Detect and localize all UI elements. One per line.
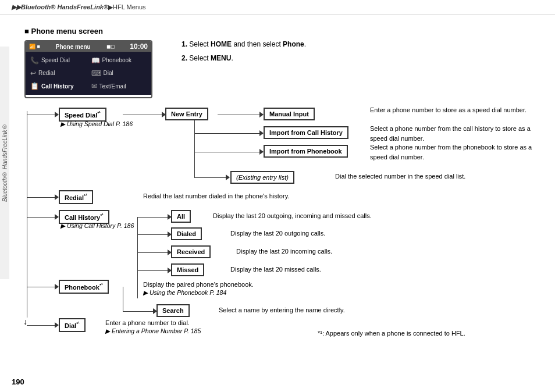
vline-phonebook <box>123 287 123 311</box>
menu-item-text-email: ✉ Text/Email <box>89 80 150 92</box>
ref-speed-dial: ▶ Using Speed Dial P. 186 <box>61 120 133 127</box>
text-email-icon: ✉ <box>91 82 97 90</box>
speed-dial-icon: 📞 <box>30 56 39 65</box>
menu-item-call-history: 📋 Call History <box>28 80 88 92</box>
menu-item-phonebook: 📖 Phonebook <box>89 54 150 66</box>
hline-new-entry <box>123 115 163 115</box>
desc-manual-input: Enter a phone number to store as a speed… <box>370 105 526 115</box>
hline-search <box>123 311 155 312</box>
hline-manual-input <box>218 115 261 115</box>
redial-icon: ↩ <box>30 69 36 77</box>
hline-existing <box>194 177 227 178</box>
hline-speed-dial <box>27 115 56 115</box>
box-new-entry: New Entry <box>165 108 208 120</box>
desc-missed: Display the last 20 missed calls. <box>230 265 321 275</box>
screen-battery: ◼◻ <box>106 44 115 49</box>
box-search: Search <box>156 304 190 317</box>
vline-call-history <box>137 217 138 298</box>
desc-redial: Redial the last number dialed in the pho… <box>143 191 289 201</box>
hline-received <box>137 252 169 253</box>
hline-call-history <box>27 217 56 218</box>
box-dial: Dial*¹ <box>59 318 86 332</box>
desc-import-call: Select a phone number from the call hist… <box>370 124 533 143</box>
phone-screen-body: 📞 Speed Dial 📖 Phonebook ↩ Redial ⌨ Dial… <box>26 52 151 95</box>
menu-item-redial: ↩ Redial <box>28 67 88 79</box>
footnote: *¹: Appears only when a phone is connect… <box>318 330 465 337</box>
call-history-icon: 📋 <box>30 82 39 90</box>
page-number: 190 <box>12 377 24 386</box>
desc-import-phonebook: Select a phone number from the phonebook… <box>370 142 533 162</box>
desc-search: Select a name by entering the name direc… <box>219 305 345 315</box>
box-missed: Missed <box>171 263 204 276</box>
desc-existing-entry: Dial the selected number in the speed di… <box>335 172 465 181</box>
ref-dial: ▶ Entering a Phone Number P. 185 <box>105 327 201 334</box>
vline-new-entry <box>194 119 195 177</box>
home-keyword: HOME <box>211 40 232 48</box>
desc-dialed: Display the last 20 outgoing calls. <box>230 229 325 238</box>
diagram: ↓ Speed Dial*¹ ▶ Using Speed Dial P. 186… <box>9 103 545 347</box>
hline-dialed <box>137 234 169 235</box>
box-speed-dial: Speed Dial*¹ <box>59 108 106 122</box>
ref-call-history: ▶ Using Call History P. 186 <box>61 222 134 229</box>
breadcrumb-text: ▶▶Bluetooth® HandsFreeLink® <box>12 3 108 10</box>
hline-phonebook <box>27 287 56 287</box>
desc-dial: Enter a phone number to dial. <box>105 319 190 326</box>
step-1: 1. Select HOME and then select Phone. <box>182 38 306 50</box>
hline-all <box>137 217 169 218</box>
breadcrumb: ▶▶Bluetooth® HandsFreeLink®▶HFL Menus <box>0 0 555 15</box>
desc-phonebook: Display the paired phone's phonebook. <box>143 281 254 288</box>
hline-import-call <box>194 133 261 134</box>
phonebook-icon: 📖 <box>91 56 100 65</box>
hline-import-phonebook <box>194 152 261 152</box>
hline-redial <box>27 197 56 198</box>
box-dialed: Dialed <box>171 227 202 240</box>
menu-item-dial: ⌨ Dial <box>89 67 150 79</box>
box-import-call: Import from Call History <box>264 126 348 139</box>
box-phonebook: Phonebook*¹ <box>59 280 109 294</box>
ref-phonebook: ▶ Using the Phonebook P. 184 <box>143 289 226 296</box>
box-import-phonebook: Import from Phonebook <box>264 145 348 158</box>
hline-dial <box>27 325 56 326</box>
dial-icon: ⌨ <box>91 69 101 77</box>
desc-all: Display the last 20 outgoing, incoming a… <box>213 211 372 221</box>
phone-keyword: Phone <box>283 40 304 48</box>
box-manual-input: Manual Input <box>264 108 315 120</box>
menu-item-speed-dial: 📞 Speed Dial <box>28 54 88 66</box>
menu-keyword: MENU <box>211 54 231 62</box>
side-label: Bluetooth® HandsFreeLink® <box>0 47 9 279</box>
screen-icons: 📶 ■ <box>29 44 40 49</box>
screen-time: 10:00 <box>130 42 148 51</box>
phone-screen-section: Phone menu screen 📶 ■ Phone menu ◼◻ 10:0… <box>24 27 152 98</box>
hline-missed <box>137 270 169 271</box>
box-redial: Redial*¹ <box>59 190 93 204</box>
phone-screen: 📶 ■ Phone menu ◼◻ 10:00 📞 Speed Dial 📖 P… <box>24 40 152 98</box>
instructions: 1. Select HOME and then select Phone. 2.… <box>182 38 306 98</box>
box-existing-entry: (Existing entry list) <box>230 171 294 184</box>
box-received: Received <box>171 245 211 258</box>
box-all: All <box>171 210 191 223</box>
phone-screen-header: 📶 ■ Phone menu ◼◻ 10:00 <box>26 41 151 52</box>
desc-received: Display the last 20 incoming calls. <box>236 247 332 256</box>
screen-title: Phone menu <box>56 44 91 50</box>
section-title: Phone menu screen <box>24 27 152 35</box>
step-2: 2. Select MENU. <box>182 52 306 64</box>
